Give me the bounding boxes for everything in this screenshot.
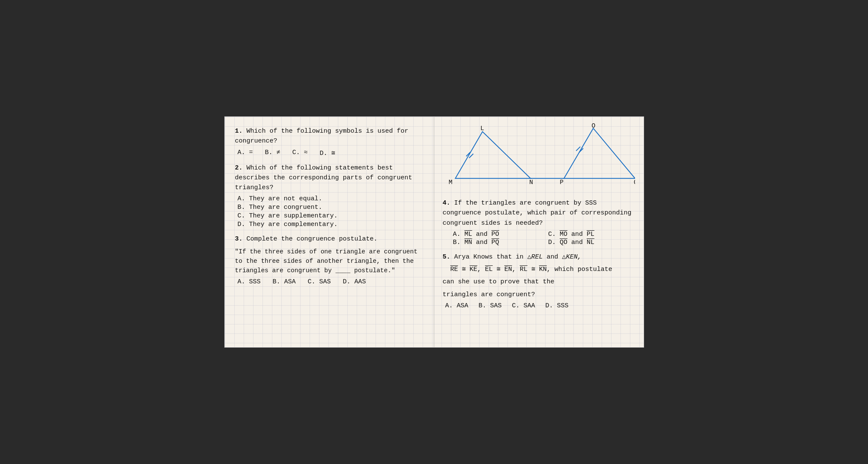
q1-option-a: A. =	[238, 149, 253, 157]
q2-body: Which of the following statements best d…	[235, 164, 412, 192]
q4-option-a: A. ML and PO	[453, 231, 540, 238]
q5-line3: can she use to prove that the	[443, 277, 635, 287]
q3-options: A. SSS B. ASA C. SAS D. AAS	[238, 278, 424, 286]
q5-number: 5.	[443, 253, 450, 261]
q2-option-c: C. They are supplementary.	[238, 212, 424, 220]
svg-marker-0	[455, 131, 531, 178]
q4-options: A. ML and PO C. MO and PL B. MN and PQ D…	[453, 231, 635, 246]
q1-option-d: D. ≅	[320, 149, 335, 157]
q1-body: Which of the following symbols is used f…	[235, 128, 409, 145]
q4-number: 4.	[443, 199, 450, 207]
worksheet: 1. Which of the following symbols is use…	[224, 116, 644, 348]
svg-text:N: N	[529, 179, 533, 186]
question-5: 5. Arya Knows that in △REL and △KEN, RE …	[443, 252, 635, 309]
q5-body: Arya Knows that in △REL and △KEN,	[454, 253, 582, 261]
q5-text: 5. Arya Knows that in △REL and △KEN,	[443, 252, 635, 262]
q1-options: A. = B. ≠ C. ≈ D. ≅	[238, 149, 424, 157]
q2-text: 2. Which of the following statements bes…	[235, 163, 424, 193]
right-column: L M N O P Q	[434, 117, 644, 347]
q1-option-c: C. ≈	[292, 149, 308, 157]
q3-option-d: D. AAS	[343, 278, 366, 286]
q4-option-c: C. MO and PL	[548, 231, 635, 238]
q5-options: A. ASA B. SAS C. SAA D. SSS	[445, 302, 635, 309]
svg-text:O: O	[591, 122, 595, 129]
svg-marker-6	[564, 128, 635, 178]
q1-number: 1.	[235, 128, 243, 135]
svg-line-7	[576, 147, 580, 151]
q4-option-b: B. MN and PQ	[453, 239, 540, 246]
q3-number: 3.	[235, 235, 243, 243]
svg-text:Q: Q	[634, 179, 635, 186]
q5-line2: RE ≅ KE, EL ≅ EN, RL ≅ KN, which postula…	[450, 265, 635, 274]
q5-option-a: A. ASA	[445, 302, 468, 309]
q4-option-d: D. QO and NL	[548, 239, 635, 246]
q2-option-a: A. They are not equal.	[238, 195, 424, 202]
q1-text: 1. Which of the following symbols is use…	[235, 126, 424, 146]
question-1: 1. Which of the following symbols is use…	[235, 126, 424, 157]
question-3: 3. Complete the congruence postulate. "I…	[235, 234, 424, 286]
q3-text: 3. Complete the congruence postulate.	[235, 234, 424, 244]
question-2: 2. Which of the following statements bes…	[235, 163, 424, 229]
q2-options: A. They are not equal. B. They are congr…	[238, 195, 424, 228]
q4-body: If the triangles are congruent by SSS co…	[443, 199, 632, 227]
q3-body: Complete the congruence postulate.	[247, 235, 378, 243]
left-column: 1. Which of the following symbols is use…	[225, 117, 434, 347]
q2-option-b: B. They are congruent.	[238, 204, 424, 211]
svg-text:L: L	[480, 125, 484, 132]
triangle-diagram: L M N O P Q	[443, 121, 635, 194]
q2-number: 2.	[235, 164, 243, 172]
svg-text:M: M	[448, 179, 452, 186]
q2-option-d: D. They are complementary.	[238, 221, 424, 228]
q5-option-b: B. SAS	[479, 302, 502, 309]
q3-option-a: A. SSS	[238, 278, 261, 286]
q5-option-c: C. SAA	[512, 302, 535, 309]
q3-quote: "If the three sides of one triangle are …	[235, 247, 424, 276]
svg-text:P: P	[560, 179, 564, 186]
q3-option-b: B. ASA	[273, 278, 296, 286]
diagram-svg: L M N O P Q	[443, 121, 635, 194]
q4-text: 4. If the triangles are congruent by SSS…	[443, 198, 635, 228]
q1-option-b: B. ≠	[265, 149, 280, 157]
q5-line4: triangles are congruent?	[443, 290, 635, 300]
question-4: 4. If the triangles are congruent by SSS…	[443, 198, 635, 246]
q3-option-c: C. SAS	[308, 278, 331, 286]
q5-option-d: D. SSS	[546, 302, 569, 309]
